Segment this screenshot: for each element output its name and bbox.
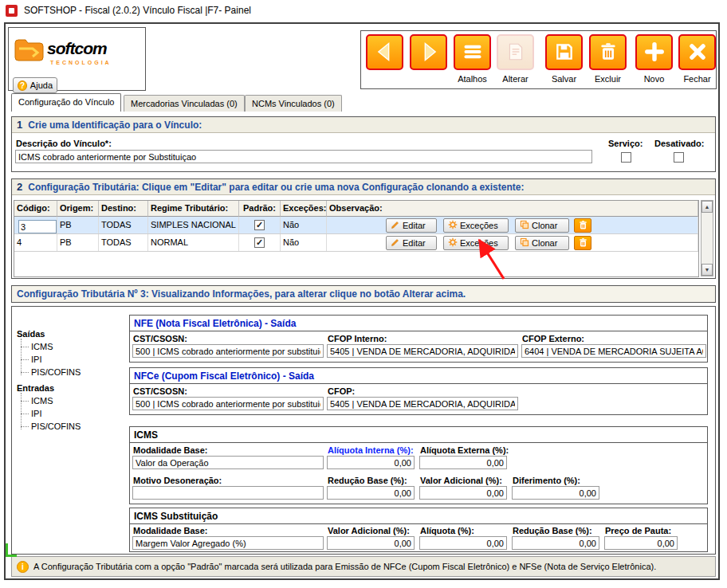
icms-st-reducao-input[interactable]: [512, 536, 599, 550]
icms-aliq-interna-input[interactable]: [327, 456, 415, 469]
tree-group-entradas[interactable]: Entradas: [17, 383, 54, 393]
icms-aliq-externa-input[interactable]: [419, 456, 507, 469]
nfe-cfop-externo-input[interactable]: [521, 344, 706, 358]
col-header-origem: Origem:: [57, 201, 99, 217]
nfe-cfop-interno-label: CFOP Interno:: [328, 334, 387, 343]
check-mark: ✓: [256, 221, 263, 229]
question-icon: ?: [18, 80, 27, 91]
icms-diferimento-input[interactable]: [512, 486, 599, 500]
editar-row-label: Editar: [403, 221, 426, 230]
excecoes-row-button[interactable]: Exceções: [443, 218, 509, 233]
destino-cell: TODAS: [99, 217, 148, 233]
salvar-button[interactable]: [545, 34, 583, 70]
scroll-up-button[interactable]: ▲: [701, 201, 713, 213]
table-row[interactable]: PB TODAS SIMPLES NACIONAL ✓ Não Editar E…: [14, 217, 698, 234]
observacao-cell: [327, 217, 698, 233]
tab-mercadorias-vinculadas[interactable]: Mercadorias Vinculadas (0): [124, 95, 245, 112]
excluir-button[interactable]: [589, 34, 627, 70]
section3-header: Configuração Tributária Nº 3: Visualizan…: [11, 285, 716, 303]
logo-tagline: TECNOLOGIA: [50, 60, 112, 65]
section3-title: Configuração Tributária Nº 3: Visualizan…: [17, 288, 466, 300]
nfe-box: NFE (Nota Fiscal Eletrônica) - Saída CST…: [129, 315, 708, 363]
tree-item-saidas-piscofins[interactable]: PIS/COFINS: [21, 367, 81, 377]
col-header-regime: Regime Tributário:: [148, 201, 239, 217]
icms-st-modalidade-label: Modalidade Base:: [133, 526, 208, 535]
nfe-cfop-externo-label: CFOP Externo:: [522, 334, 584, 343]
icms-valor-adicional-label: Valor Adicional (%):: [420, 476, 502, 485]
desativado-checkbox[interactable]: [674, 152, 684, 163]
tab-configuracao-vinculo[interactable]: Configuração do Vínculo: [11, 93, 121, 112]
padrao-checkbox[interactable]: ✓: [254, 237, 265, 248]
tree-group-saidas[interactable]: Saídas: [17, 329, 45, 339]
icms-st-aliquota-input[interactable]: [419, 536, 507, 550]
edit-note-icon: [505, 41, 526, 64]
editar-row-label: Editar: [403, 238, 426, 248]
alterar-button[interactable]: [497, 34, 534, 70]
atalhos-button[interactable]: [454, 34, 491, 70]
editar-row-button[interactable]: Editar: [386, 236, 437, 250]
table-row[interactable]: 4 PB TODAS NORMAL ✓ Não Editar E: [14, 234, 698, 252]
nfce-cst-input[interactable]: [132, 397, 324, 410]
delete-row-button[interactable]: [574, 236, 591, 250]
novo-button[interactable]: [635, 34, 673, 70]
excecoes-cell: Não: [281, 217, 327, 233]
nfe-cst-input[interactable]: [132, 344, 324, 358]
help-button-label: Ajuda: [30, 80, 53, 90]
padrao-checkbox[interactable]: ✓: [254, 220, 265, 230]
icms-st-valor-adicional-label: Valor Adicional (%):: [328, 526, 410, 535]
grid-scrollbar[interactable]: ▲ ▼: [701, 200, 713, 276]
icms-st-aliquota-label: Alíquota (%):: [420, 526, 474, 535]
padrao-cell: ✓: [239, 217, 281, 233]
info-icon: i: [17, 561, 29, 573]
col-header-excecoes: Exceções:: [281, 201, 327, 217]
tree-item-entradas-piscofins[interactable]: PIS/COFINS: [21, 421, 81, 431]
window-title: SOFTSHOP - Fiscal (2.0.2) Vínculo Fiscal…: [24, 5, 251, 16]
icms-st-modalidade-input[interactable]: [132, 536, 324, 550]
col-header-destino: Destino:: [99, 201, 148, 217]
regime-cell: NORMAL: [148, 234, 239, 251]
icms-modalidade-input[interactable]: [132, 456, 324, 469]
codigo-cell: 4: [14, 234, 57, 251]
tree-item-saidas-icms[interactable]: ICMS: [21, 342, 53, 351]
logo-wordmark: softcom: [47, 39, 107, 58]
trash-icon: [578, 220, 588, 232]
icms-valor-adicional-input[interactable]: [419, 486, 507, 500]
codigo-input[interactable]: [18, 220, 57, 233]
tree-item-entradas-icms[interactable]: ICMS: [21, 396, 53, 406]
scroll-down-button[interactable]: ▼: [701, 264, 713, 276]
clonar-row-button[interactable]: Clonar: [515, 218, 569, 233]
icms-st-valor-adicional-input[interactable]: [327, 536, 415, 550]
icms-reducao-input[interactable]: [327, 486, 415, 500]
clonar-row-label: Clonar: [532, 238, 557, 248]
section-configuracao-tributaria: 2 Configuração Tributária: Clique em "Ed…: [11, 178, 716, 279]
section1-title: Crie uma Identificação para o Vínculo:: [28, 120, 202, 131]
servico-checkbox[interactable]: [621, 152, 631, 163]
icms-st-pauta-input[interactable]: [604, 536, 678, 550]
nfe-cfop-interno-input[interactable]: [327, 344, 518, 358]
fechar-button[interactable]: [678, 34, 716, 70]
back-button[interactable]: [366, 34, 403, 70]
tab-ncms-vinculados[interactable]: NCMs Vinculados (0): [245, 95, 342, 112]
section-identificacao: 1 Crie uma Identificação para o Vínculo:…: [11, 116, 716, 172]
tree-item-saidas-ipi[interactable]: IPI: [21, 355, 41, 364]
gear-icon: [448, 237, 458, 249]
delete-row-button[interactable]: [574, 218, 591, 233]
editar-row-button[interactable]: Editar: [386, 218, 437, 233]
col-header-padrao: Padrão:: [239, 201, 281, 217]
clonar-row-button[interactable]: Clonar: [515, 236, 569, 250]
descricao-input[interactable]: [15, 150, 592, 163]
tree-item-entradas-ipi[interactable]: IPI: [21, 409, 41, 418]
section1-header: 1 Crie uma Identificação para o Vínculo:: [12, 117, 715, 133]
config-grid: Código: Origem: Destino: Regime Tributár…: [14, 200, 699, 277]
help-button[interactable]: ? Ajuda: [13, 77, 57, 93]
excecoes-row-button[interactable]: Exceções: [443, 236, 509, 250]
excecoes-row-label: Exceções: [460, 221, 498, 230]
col-header-codigo: Código:: [14, 201, 57, 217]
nfce-cfop-input[interactable]: [327, 397, 518, 410]
tree-dash: [21, 426, 29, 427]
pencil-icon: [391, 237, 400, 249]
nfe-title: NFE (Nota Fiscal Eletrônica) - Saída: [130, 316, 707, 331]
tree-dash: [21, 401, 29, 402]
forward-button[interactable]: [410, 34, 447, 70]
icms-motivo-input[interactable]: [132, 486, 324, 500]
